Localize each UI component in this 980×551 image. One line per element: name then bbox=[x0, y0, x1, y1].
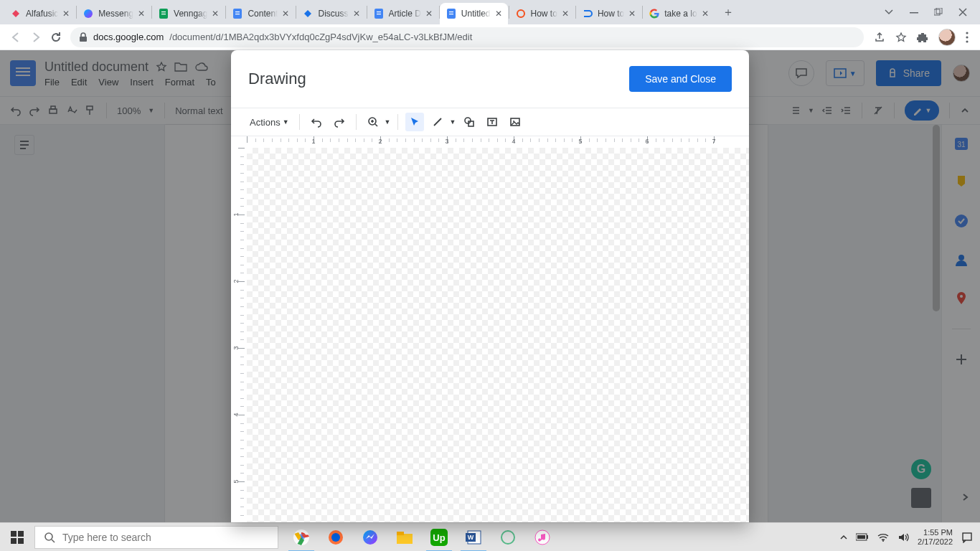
url-host: docs.google.com bbox=[93, 32, 164, 42]
browser-toolbar: docs.google.com/document/d/1MBA2qdx3bVYx… bbox=[0, 24, 980, 50]
url-path: /document/d/1MBA2qdx3bVYxfdq0cZgP4sdVjKw… bbox=[169, 32, 472, 42]
address-bar[interactable]: docs.google.com/document/d/1MBA2qdx3bVYx… bbox=[70, 27, 864, 47]
extensions-icon[interactable] bbox=[917, 32, 928, 43]
dialog-title: Drawing bbox=[248, 70, 306, 88]
tab-label: Article D bbox=[389, 9, 421, 19]
tab-venngage[interactable]: Venngag ✕ bbox=[152, 3, 225, 24]
new-tab-button[interactable]: ＋ bbox=[718, 2, 738, 22]
google-favicon bbox=[649, 8, 660, 19]
svg-rect-33 bbox=[468, 121, 473, 126]
back-button[interactable] bbox=[6, 27, 26, 47]
lock-icon bbox=[79, 32, 88, 42]
redo-button[interactable] bbox=[330, 113, 349, 131]
image-tool[interactable] bbox=[506, 113, 524, 131]
svg-rect-3 bbox=[161, 14, 166, 14]
upwork-taskbar-icon[interactable]: Up bbox=[422, 523, 456, 552]
drawing-canvas[interactable] bbox=[247, 148, 749, 522]
drawing-canvas-wrap: 1234567 12345 bbox=[231, 136, 749, 522]
taskbar-clock[interactable]: 1:55 PM 2/17/2022 bbox=[918, 528, 953, 547]
notifications-icon[interactable] bbox=[961, 532, 973, 543]
close-icon[interactable]: ✕ bbox=[702, 9, 709, 19]
svg-rect-5 bbox=[235, 11, 240, 12]
svg-point-13 bbox=[517, 10, 524, 17]
close-icon[interactable]: ✕ bbox=[138, 9, 145, 19]
start-button[interactable] bbox=[0, 523, 34, 552]
tab-discuss[interactable]: Discuss ✕ bbox=[296, 3, 365, 24]
forward-button[interactable] bbox=[26, 27, 46, 47]
actions-menu[interactable]: Actions▼ bbox=[247, 115, 292, 130]
wifi-icon[interactable] bbox=[877, 533, 889, 542]
share-page-icon[interactable] bbox=[874, 32, 885, 43]
messenger-taskbar-icon[interactable] bbox=[353, 523, 387, 552]
docs-favicon bbox=[373, 8, 385, 19]
tab-google[interactable]: take a lo ✕ bbox=[643, 3, 714, 24]
tab-label: Discuss bbox=[318, 9, 348, 19]
tabs-dropdown-icon[interactable] bbox=[884, 7, 894, 17]
sheets-favicon bbox=[158, 8, 169, 19]
battery-icon[interactable] bbox=[856, 533, 869, 541]
zoom-button[interactable] bbox=[364, 113, 382, 131]
textbox-tool[interactable] bbox=[483, 113, 501, 131]
svg-rect-9 bbox=[377, 14, 381, 14]
close-icon[interactable]: ✕ bbox=[62, 9, 70, 19]
app-taskbar-icon[interactable] bbox=[491, 523, 525, 552]
dialog-header: Drawing Save and Close bbox=[231, 50, 749, 108]
tab-messenger[interactable]: Messeng ✕ bbox=[77, 3, 151, 24]
tab-article[interactable]: Article D ✕ bbox=[367, 3, 438, 24]
minimize-icon[interactable] bbox=[910, 8, 918, 17]
clock-time: 1:55 PM bbox=[918, 528, 953, 537]
clock-date: 2/17/2022 bbox=[918, 537, 953, 547]
maximize-icon[interactable] bbox=[934, 8, 943, 17]
chrome-taskbar-icon[interactable] bbox=[284, 523, 319, 552]
svg-rect-59 bbox=[963, 533, 971, 540]
line-tool[interactable] bbox=[428, 113, 447, 131]
save-and-close-button[interactable]: Save and Close bbox=[629, 66, 732, 92]
tab-label: How to bbox=[531, 9, 557, 19]
svg-point-37 bbox=[45, 533, 52, 540]
svg-rect-16 bbox=[936, 8, 942, 14]
drawing-toolbar: Actions▼ ▼ ▼ bbox=[231, 108, 749, 136]
close-window-icon[interactable] bbox=[958, 8, 967, 17]
close-icon[interactable]: ✕ bbox=[628, 9, 636, 19]
svg-rect-45 bbox=[397, 534, 413, 544]
firefox-taskbar-icon[interactable] bbox=[319, 523, 353, 552]
close-icon[interactable]: ✕ bbox=[282, 9, 289, 19]
tab-label: How to bbox=[598, 9, 624, 19]
vertical-ruler[interactable]: 12345 bbox=[231, 148, 247, 522]
reload-button[interactable] bbox=[46, 27, 66, 47]
tab-label: Untitled bbox=[461, 9, 491, 19]
tray-expand-icon[interactable] bbox=[840, 534, 847, 541]
star-icon[interactable] bbox=[895, 32, 907, 43]
tab-howto2[interactable]: How to ✕ bbox=[576, 3, 641, 24]
svg-point-43 bbox=[331, 533, 340, 542]
search-placeholder: Type here to search bbox=[62, 532, 151, 543]
tab-label: Content bbox=[248, 9, 278, 19]
close-icon[interactable]: ✕ bbox=[212, 9, 219, 19]
tab-content[interactable]: Content ✕ bbox=[226, 3, 295, 24]
close-icon[interactable]: ✕ bbox=[495, 9, 502, 19]
close-icon[interactable]: ✕ bbox=[562, 9, 569, 19]
taskbar-search[interactable]: Type here to search bbox=[34, 526, 278, 549]
discuss-favicon bbox=[302, 8, 314, 19]
svg-rect-14 bbox=[910, 12, 918, 14]
horizontal-ruler[interactable]: 1234567 bbox=[247, 136, 749, 148]
undo-button[interactable] bbox=[307, 113, 326, 131]
svg-rect-15 bbox=[934, 9, 940, 15]
close-icon[interactable]: ✕ bbox=[425, 9, 433, 19]
volume-icon[interactable] bbox=[897, 532, 909, 542]
svg-point-0 bbox=[84, 9, 93, 18]
explorer-taskbar-icon[interactable] bbox=[387, 523, 422, 552]
close-icon[interactable]: ✕ bbox=[353, 9, 360, 19]
chrome-menu-icon[interactable] bbox=[966, 32, 969, 43]
svg-rect-6 bbox=[235, 14, 240, 14]
tab-howto1[interactable]: How to ✕ bbox=[509, 3, 575, 24]
tab-alfafusic[interactable]: Alfafusic ✕ bbox=[4, 3, 75, 24]
word-taskbar-icon[interactable]: W bbox=[456, 523, 491, 552]
itunes-taskbar-icon[interactable] bbox=[525, 523, 560, 552]
tab-untitled[interactable]: Untitled ✕ bbox=[440, 3, 508, 24]
svg-rect-2 bbox=[161, 11, 166, 12]
svg-point-58 bbox=[882, 540, 884, 542]
select-tool[interactable] bbox=[405, 113, 424, 131]
profile-avatar[interactable] bbox=[938, 29, 956, 46]
shape-tool[interactable] bbox=[460, 113, 479, 131]
